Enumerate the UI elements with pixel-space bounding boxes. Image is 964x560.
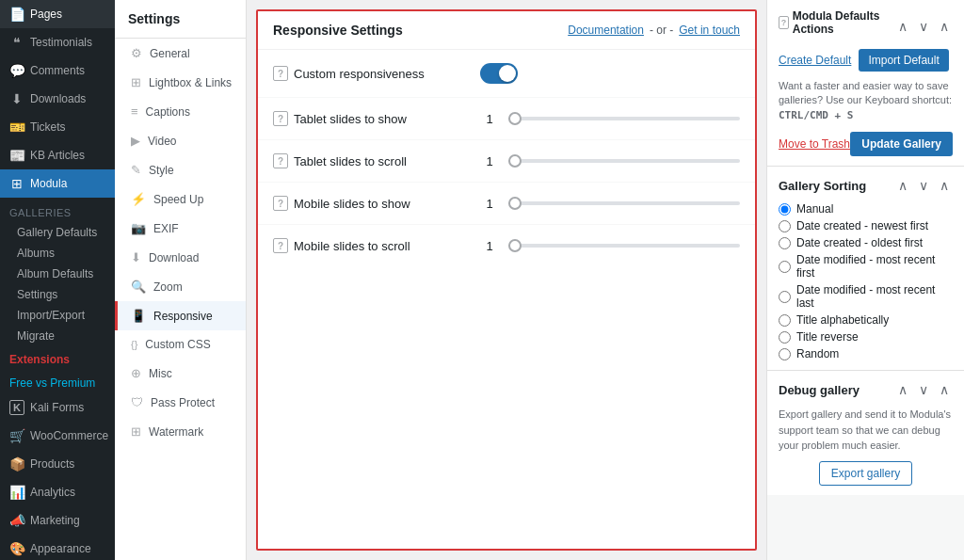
mobile-slides-scroll-thumb[interactable] — [508, 239, 522, 252]
sort-manual-radio[interactable] — [779, 203, 791, 216]
settings-menu-custom-css[interactable]: {} Custom CSS — [115, 330, 246, 359]
get-in-touch-link[interactable]: Get in touch — [679, 24, 740, 37]
appearance-icon: 🎨 — [9, 541, 24, 556]
free-premium-label[interactable]: Free vs Premium — [0, 373, 115, 393]
sort-modified-recent[interactable]: Date modified - most recent first — [779, 253, 953, 280]
debug-chevron-collapse[interactable]: ∧ — [936, 380, 953, 399]
settings-menu-exif[interactable]: 📷 EXIF — [115, 214, 246, 243]
sidebar-item-label: Marketing — [30, 514, 80, 527]
mobile-slides-show-track[interactable] — [508, 201, 740, 205]
custom-responsiveness-toggle[interactable] — [480, 63, 518, 84]
sort-modified-last[interactable]: Date modified - most recent last — [779, 283, 953, 310]
menu-item-label: Misc — [149, 367, 172, 380]
create-default-button[interactable]: Create Default — [779, 54, 851, 67]
sidebar-item-tickets[interactable]: 🎫 Tickets — [0, 113, 115, 141]
import-default-button[interactable]: Import Default — [859, 49, 948, 72]
tablet-slides-scroll-help[interactable]: ? — [273, 153, 288, 168]
sidebar-sub-gallery-defaults[interactable]: Gallery Defaults — [0, 222, 115, 243]
chevron-collapse-icon[interactable]: ∧ — [936, 17, 953, 36]
separator-text: - or - — [650, 24, 673, 37]
settings-menu-general[interactable]: ⚙ General — [115, 39, 246, 68]
sorting-chevron-down[interactable]: ∨ — [915, 176, 932, 195]
menu-item-label: Captions — [146, 105, 190, 119]
sidebar-sub-albums[interactable]: Albums — [0, 243, 115, 264]
sort-date-newest-radio[interactable] — [779, 220, 791, 232]
tickets-icon: 🎫 — [9, 120, 24, 135]
sort-manual[interactable]: Manual — [779, 202, 953, 216]
sidebar-item-marketing[interactable]: 📣 Marketing — [0, 506, 115, 535]
sort-modified-last-radio[interactable] — [779, 291, 791, 303]
sidebar-item-label: Tickets — [30, 120, 66, 134]
settings-menu-lightbox[interactable]: ⊞ Lightbox & Links — [115, 68, 246, 97]
tablet-slides-scroll-thumb[interactable] — [508, 154, 522, 168]
sidebar-item-kb-articles[interactable]: 📰 KB Articles — [0, 141, 115, 169]
sidebar-item-appearance[interactable]: 🎨 Appearance — [0, 535, 115, 560]
sidebar-item-label: Appearance — [30, 542, 91, 555]
sort-title-alpha[interactable]: Title alphabetically — [779, 313, 953, 327]
sidebar-item-modula[interactable]: ⊞ Modula — [0, 169, 115, 198]
sidebar-sub-settings[interactable]: Settings — [0, 284, 115, 305]
sorting-chevron-up[interactable]: ∧ — [894, 176, 911, 195]
sidebar-item-label: Testimonials — [30, 36, 92, 49]
settings-menu-style[interactable]: ✎ Style — [115, 155, 246, 184]
sort-title-reverse[interactable]: Title reverse — [779, 330, 953, 344]
export-gallery-button[interactable]: Export gallery — [819, 461, 912, 486]
sort-random-radio[interactable] — [779, 348, 791, 360]
sort-date-oldest[interactable]: Date created - oldest first — [779, 236, 953, 249]
sort-title-alpha-radio[interactable] — [779, 314, 791, 327]
tablet-slides-show-thumb[interactable] — [508, 112, 522, 125]
sorting-chevron-collapse[interactable]: ∧ — [936, 176, 953, 195]
settings-menu-download[interactable]: ⬇ Download — [115, 243, 246, 272]
documentation-link[interactable]: Documentation — [568, 24, 644, 37]
settings-menu-video[interactable]: ▶ Video — [115, 126, 246, 155]
sidebar-item-pages[interactable]: 📄 Pages — [0, 0, 115, 28]
mobile-slides-scroll-help[interactable]: ? — [273, 238, 288, 253]
mobile-slides-scroll-track[interactable] — [508, 244, 740, 248]
settings-menu-speed-up[interactable]: ⚡ Speed Up — [115, 184, 246, 214]
menu-item-label: Pass Protect — [151, 396, 215, 409]
debug-chevron-up[interactable]: ∧ — [894, 380, 911, 399]
settings-menu-pass-protect[interactable]: 🛡 Pass Protect — [115, 388, 246, 417]
mobile-slides-scroll-row: ? Mobile slides to scroll 1 — [258, 225, 755, 266]
settings-menu-misc[interactable]: ⊕ Misc — [115, 359, 246, 388]
move-to-trash-button[interactable]: Move to Trash — [779, 137, 850, 151]
settings-menu-responsive[interactable]: 📱 Responsive — [115, 301, 246, 330]
sidebar-sub-album-defaults[interactable]: Album Defaults — [0, 264, 115, 284]
debug-chevron-down[interactable]: ∨ — [915, 380, 932, 399]
sidebar-item-downloads[interactable]: ⬇ Downloads — [0, 85, 115, 113]
sidebar-item-kali-forms[interactable]: K Kali Forms — [0, 393, 115, 422]
tablet-slides-show-track[interactable] — [508, 117, 740, 120]
sort-date-newest[interactable]: Date created - newest first — [779, 219, 953, 232]
settings-menu-watermark[interactable]: ⊞ Watermark — [115, 417, 246, 446]
mobile-slides-show-label: ? Mobile slides to show — [273, 196, 480, 211]
right-sidebar: ? Modula Defaults Actions ∧ ∨ ∧ Create D… — [766, 0, 964, 560]
settings-menu-captions[interactable]: ≡ Captions — [115, 97, 246, 126]
sidebar-item-woocommerce[interactable]: 🛒 WooCommerce — [0, 422, 115, 450]
chevron-down-icon[interactable]: ∨ — [915, 17, 932, 36]
sidebar-sub-migrate[interactable]: Migrate — [0, 326, 115, 346]
chevron-up-icon[interactable]: ∧ — [894, 17, 911, 36]
sidebar-item-comments[interactable]: 💬 Comments — [0, 56, 115, 85]
sidebar-item-analytics[interactable]: 📊 Analytics — [0, 478, 115, 506]
sort-title-reverse-radio[interactable] — [779, 331, 791, 344]
sort-date-oldest-radio[interactable] — [779, 237, 791, 249]
custom-responsiveness-help[interactable]: ? — [273, 66, 288, 81]
mobile-slides-show-thumb[interactable] — [508, 197, 522, 210]
settings-menu-zoom[interactable]: 🔍 Zoom — [115, 272, 246, 301]
general-icon: ⚙ — [131, 46, 142, 60]
mobile-slides-scroll-label: ? Mobile slides to scroll — [273, 238, 480, 253]
mobile-slides-show-help[interactable]: ? — [273, 196, 288, 211]
sort-modified-recent-radio[interactable] — [779, 261, 791, 273]
modula-defaults-help[interactable]: ? — [779, 16, 789, 29]
update-gallery-button[interactable]: Update Gallery — [850, 132, 953, 156]
watermark-icon: ⊞ — [131, 424, 141, 439]
content-area: Responsive Settings Documentation - or -… — [247, 0, 766, 560]
sidebar-sub-import-export[interactable]: Import/Export — [0, 305, 115, 326]
sort-random[interactable]: Random — [779, 347, 953, 360]
responsive-settings-header: Responsive Settings Documentation - or -… — [258, 11, 755, 50]
tablet-slides-show-help[interactable]: ? — [273, 111, 288, 126]
tablet-slides-scroll-track[interactable] — [508, 159, 740, 163]
sidebar-item-products[interactable]: 📦 Products — [0, 450, 115, 478]
sidebar-item-testimonials[interactable]: ❝ Testimonials — [0, 28, 115, 56]
modula-defaults-header: ? Modula Defaults Actions ∧ ∨ ∧ — [779, 9, 953, 49]
